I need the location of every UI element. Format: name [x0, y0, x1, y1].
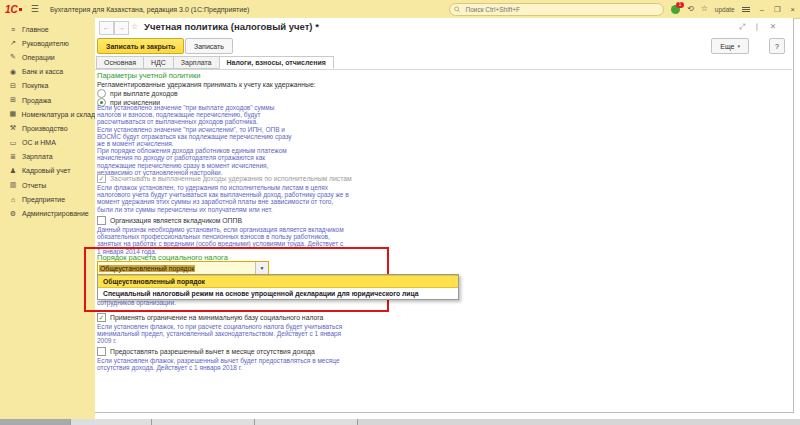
more-label: Еще	[720, 43, 734, 50]
sidebar-item-label: Номенклатура и склад	[22, 111, 95, 118]
sidebar-item-kadrovyj-uchet[interactable]: ♟Кадровый учет	[0, 164, 95, 178]
dropdown-list: Общеустановленный порядок Специальный на…	[97, 274, 459, 300]
sidebar-item-proizvodstvo[interactable]: ⚒Производство	[0, 121, 95, 135]
favorite-star-icon[interactable]: ☆	[131, 22, 138, 31]
tab-zarplata[interactable]: Зарплата	[173, 56, 219, 69]
checkbox-label: Предоставлять разрешенный вычет в месяце…	[110, 348, 315, 355]
chevron-down-icon[interactable]: ▼	[255, 262, 268, 274]
help-button[interactable]: ?	[769, 38, 785, 54]
sidebar-item-label: Продажа	[22, 97, 51, 104]
sections-sidebar: ≡Главное ↗Руководителю ✎Операции ◉Банк и…	[0, 18, 95, 419]
sidebar-item-os-i-nma[interactable]: ▭ОС и НМА	[0, 136, 95, 150]
restore-button[interactable]: ❐	[774, 5, 781, 14]
note-allowed-deduction: Если установлен флажок, разрешенный выче…	[97, 357, 340, 371]
taskbar-segment[interactable]	[0, 419, 71, 425]
taskbar-segment[interactable]	[152, 419, 255, 425]
checkbox-label: Организация является вкладчиком ОППВ	[110, 217, 242, 224]
report-icon: ▥	[7, 181, 19, 189]
sidebar-item-predpriyatie[interactable]: ⌂Предприятие	[0, 192, 95, 206]
save-button[interactable]: Записать	[185, 38, 233, 54]
sidebar-item-label: Руководителю	[22, 40, 69, 47]
section-title-policy-params: Параметры учетной политики	[97, 71, 200, 80]
minimize-button[interactable]: –	[760, 5, 764, 14]
tab-nds[interactable]: НДС	[143, 56, 173, 69]
global-search[interactable]	[449, 3, 664, 16]
app-title: Бухгалтерия для Казахстана, редакция 3.0…	[50, 6, 250, 13]
tabs-divider	[95, 69, 792, 70]
accounting-policy-form: ← → ☆ Учетная политика (налоговый учет) …	[95, 18, 794, 413]
dropdown-option-general[interactable]: Общеустановленный порядок	[98, 275, 458, 288]
note-min-base: Если установлен флажок, то при расчете с…	[97, 323, 342, 345]
checkbox-executive-docs[interactable]: ✓ Засчитывать в выплаченные доходы удерж…	[97, 174, 352, 183]
note-withholding: Если установлено значение "при выплате д…	[97, 104, 292, 176]
back-button[interactable]: ←	[99, 21, 114, 35]
update-link[interactable]: update	[715, 6, 735, 13]
sidebar-item-label: Администрирование	[22, 210, 89, 217]
gear-icon: ⚙	[7, 210, 19, 218]
sidebar-item-glavnoe[interactable]: ≡Главное	[0, 22, 95, 36]
notifications-icon[interactable]: 1	[671, 5, 680, 14]
form-title: Учетная политика (налоговый учет) *	[144, 21, 319, 32]
checkbox-allowed-deduction[interactable]: Предоставлять разрешенный вычет в месяце…	[97, 347, 315, 356]
sidebar-item-zarplata[interactable]: ≣Зарплата	[0, 150, 95, 164]
checkbox-checked-icon: ✓	[97, 313, 106, 322]
close-button[interactable]: ×	[791, 5, 795, 14]
sidebar-item-label: Банк и касса	[22, 68, 63, 75]
sidebar-item-label: Кадровый учет	[22, 167, 70, 174]
radio-icon	[97, 89, 106, 98]
search-input[interactable]	[463, 5, 658, 14]
connection-speed-icon[interactable]	[742, 6, 750, 13]
coin-icon: ◉	[7, 68, 19, 76]
notification-badge: 1	[676, 2, 684, 8]
asset-icon: ▭	[7, 139, 19, 147]
history-icon[interactable]: ⟲	[687, 5, 694, 13]
sidebar-item-administrirovanie[interactable]: ⚙Администрирование	[0, 206, 95, 220]
search-icon	[454, 6, 461, 13]
tools-icon: ⚒	[7, 124, 19, 132]
combo-selected-value: Общеустановленный порядок	[99, 265, 195, 272]
checkbox-min-base[interactable]: ✓ Применять ограничение на минимальную б…	[97, 313, 323, 322]
sidebar-item-prodazha[interactable]: ⊞Продажа	[0, 93, 95, 107]
1c-logo: 1С	[5, 4, 18, 15]
checkbox-label: Применять ограничение на минимальную баз…	[110, 314, 323, 321]
sidebar-item-bank-i-kassa[interactable]: ◉Банк и касса	[0, 65, 95, 79]
close-form-icon[interactable]: ✕	[770, 22, 776, 31]
dropdown-option-special[interactable]: Специальный налоговый режим на основе уп…	[98, 288, 458, 299]
checkbox-unchecked-icon	[97, 216, 106, 225]
taskbar-segment[interactable]	[71, 419, 152, 425]
briefcase-icon: ⊞	[7, 96, 19, 104]
screen: 1С ☰ Бухгалтерия для Казахстана, редакци…	[0, 0, 800, 425]
sidebar-item-label: Зарплата	[22, 153, 53, 160]
sidebar-item-label: Производство	[22, 125, 68, 132]
sidebar-item-nomenklatura[interactable]: ▦Номенклатура и склад	[0, 107, 95, 121]
radio-on-payment[interactable]: при выплате доходов	[97, 89, 178, 98]
sidebar-item-label: Покупка	[22, 82, 48, 89]
favorites-icon[interactable]: ☆	[701, 5, 708, 13]
cart-icon: ⊟	[7, 82, 19, 90]
sections-icon: ≡	[7, 26, 19, 33]
tab-nalogi-vznosy[interactable]: Налоги, взносы, отчисления	[219, 56, 334, 69]
open-window-icon[interactable]: ⤢	[739, 22, 745, 32]
sidebar-item-rukovoditelyu[interactable]: ↗Руководителю	[0, 36, 95, 50]
pin-icon[interactable]: ❘	[754, 22, 760, 31]
note-hidden-tail: сотрудников организации.	[97, 299, 176, 306]
save-and-close-button[interactable]: Записать и закрыть	[97, 38, 184, 54]
forward-button[interactable]: →	[114, 21, 129, 35]
chart-icon: ↗	[7, 39, 19, 47]
main-menu-icon[interactable]: ☰	[31, 4, 39, 14]
taskbar-segment[interactable]	[255, 419, 358, 425]
app-bar: 1С ☰ Бухгалтерия для Казахстана, редакци…	[0, 0, 800, 19]
sidebar-item-label: ОС и НМА	[22, 139, 56, 146]
form-tabs: Основная НДС Зарплата Налоги, взносы, от…	[96, 56, 334, 69]
sidebar-item-label: Отчеты	[22, 182, 46, 189]
checkbox-checked-icon: ✓	[97, 174, 106, 183]
sidebar-item-pokupka[interactable]: ⊟Покупка	[0, 79, 95, 93]
social-tax-order-select[interactable]: Общеустановленный порядок ▼	[97, 261, 269, 275]
sidebar-item-label: Операции	[22, 54, 55, 61]
sidebar-item-operacii[interactable]: ✎Операции	[0, 50, 95, 64]
more-button[interactable]: Еще ▾	[711, 38, 749, 54]
checkbox-oppv[interactable]: Организация является вкладчиком ОППВ	[97, 216, 242, 225]
sidebar-item-otchety[interactable]: ▥Отчеты	[0, 178, 95, 192]
tab-osnovnaya[interactable]: Основная	[96, 56, 143, 69]
withholding-intro-label: Регламентированные удержания принимать к…	[97, 81, 316, 88]
